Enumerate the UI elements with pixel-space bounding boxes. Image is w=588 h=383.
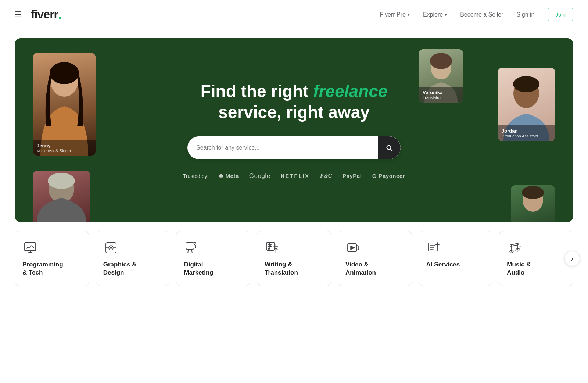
ai-icon: [426, 240, 442, 255]
search-button[interactable]: [378, 136, 401, 159]
programming-icon: [22, 240, 38, 255]
join-button[interactable]: Join: [548, 8, 573, 21]
ai-label: AI Services: [426, 261, 485, 269]
freelancer-card-veronika: Veronika Translation: [419, 49, 463, 103]
marketing-icon: [184, 240, 199, 255]
become-seller-link[interactable]: Become a Seller: [460, 11, 503, 18]
svg-text:A: A: [268, 247, 270, 250]
signin-link[interactable]: Sign in: [517, 11, 535, 18]
category-ai-services[interactable]: AI Services: [419, 231, 493, 286]
video-icon: [345, 240, 361, 255]
svg-rect-20: [186, 243, 194, 249]
pro-chevron-icon: ▾: [408, 12, 410, 17]
search-input[interactable]: [187, 144, 378, 151]
category-writing-translation[interactable]: 文 A Writing &Translation: [257, 231, 331, 286]
video-label: Video &Animation: [345, 261, 404, 277]
veronika-label: Veronika Translation: [419, 87, 463, 103]
programming-label: Programming& Tech: [22, 261, 81, 277]
svg-point-3: [430, 53, 452, 69]
payoneer-logo: ⊙ Payoneer: [372, 173, 405, 179]
explore-label: Explore: [423, 11, 443, 18]
svg-line-22: [191, 249, 192, 253]
svg-point-5: [513, 76, 539, 92]
music-label: Music &Audio: [507, 261, 566, 277]
categories-next-button[interactable]: ›: [564, 251, 580, 266]
svg-point-15: [110, 247, 112, 248]
jordan-role: Production Assistant: [502, 134, 551, 138]
navbar-center: Fiverr Pro ▾ Explore ▾ Become a Seller S…: [380, 8, 573, 21]
svg-text:文: 文: [268, 243, 272, 247]
jenny-name: Jenny: [37, 143, 92, 148]
hamburger-icon[interactable]: ☰: [15, 10, 22, 19]
svg-line-21: [188, 249, 189, 253]
graphics-label: Graphics &Design: [103, 261, 162, 277]
categories-row: Programming& Tech Graphics &Design: [15, 231, 573, 286]
jenny-label: Jenny Voiceover & Singer: [33, 140, 96, 156]
category-digital-marketing[interactable]: DigitalMarketing: [176, 231, 250, 286]
meta-logo: ⊗ Meta: [219, 173, 239, 179]
svg-line-37: [511, 243, 518, 245]
svg-point-9: [522, 186, 544, 199]
video-play-icon: [347, 241, 360, 254]
veronika-name: Veronika: [423, 90, 459, 95]
categories-section: Programming& Tech Graphics &Design: [0, 231, 588, 301]
svg-marker-32: [351, 246, 355, 250]
logo[interactable]: fiverr.: [31, 8, 62, 21]
logo-text: fiverr: [31, 8, 58, 21]
hero-search-bar: [187, 136, 401, 159]
translate-icon: 文 A: [266, 241, 279, 254]
music-note-icon: [508, 241, 521, 254]
freelancer-card-bottom-left: [33, 171, 90, 222]
navbar: ☰ fiverr. Fiverr Pro ▾ Explore ▾ Become …: [0, 0, 588, 29]
svg-line-38: [511, 245, 518, 246]
monitor-icon: [24, 241, 37, 254]
navbar-left: ☰ fiverr.: [15, 8, 62, 21]
veronika-role: Translation: [423, 95, 459, 100]
trusted-by-row: Trusted by: ⊗ Meta Google NETFLIX P&G Pa…: [183, 172, 405, 180]
megaphone-icon: [185, 241, 198, 254]
trusted-logos: ⊗ Meta Google NETFLIX P&G PayPal ⊙ Payon…: [219, 172, 405, 180]
freelancer-card-bottom-right: [511, 185, 555, 222]
category-graphics-design[interactable]: Graphics &Design: [96, 231, 170, 286]
ai-sparkle-icon: [427, 241, 441, 254]
explore-chevron-icon: ▾: [445, 12, 447, 17]
jenny-role: Voiceover & Singer: [37, 148, 92, 153]
paypal-logo: PayPal: [343, 173, 362, 179]
svg-point-7: [48, 173, 75, 189]
netflix-logo: NETFLIX: [281, 173, 310, 179]
hero-section: Jenny Voiceover & Singer Veronika Transl…: [15, 38, 573, 222]
category-programming-tech[interactable]: Programming& Tech: [15, 231, 89, 286]
svg-marker-31: [356, 245, 359, 250]
svg-point-1: [50, 62, 79, 84]
graphics-icon: [103, 240, 119, 255]
writing-icon: 文 A: [265, 240, 280, 255]
category-video-animation[interactable]: Video &Animation: [338, 231, 412, 286]
fiverr-pro-label: Fiverr Pro: [380, 11, 406, 18]
logo-dot: .: [58, 8, 62, 21]
jordan-name: Jordan: [502, 128, 551, 134]
hero-title-highlight: freelance: [313, 82, 387, 101]
hero-title: Find the right freelanceservice, right a…: [183, 81, 405, 123]
fiverr-pro-link[interactable]: Fiverr Pro ▾: [380, 11, 410, 18]
jordan-label: Jordan Production Assistant: [498, 125, 555, 141]
search-icon: [385, 144, 393, 152]
marketing-label: DigitalMarketing: [184, 261, 243, 277]
music-icon: [507, 240, 522, 255]
hero-content: Find the right freelanceservice, right a…: [183, 81, 405, 180]
category-music-audio[interactable]: Music &Audio: [499, 231, 573, 286]
pg-logo: P&G: [320, 173, 332, 179]
google-logo: Google: [249, 172, 270, 180]
svg-point-23: [194, 243, 196, 244]
trusted-label: Trusted by:: [183, 173, 209, 179]
freelancer-card-jordan: Jordan Production Assistant: [498, 68, 555, 141]
freelancer-card-jenny: Jenny Voiceover & Singer: [33, 53, 96, 156]
explore-link[interactable]: Explore ▾: [423, 11, 447, 18]
writing-label: Writing &Translation: [265, 261, 323, 277]
pen-tool-icon: [104, 241, 118, 254]
